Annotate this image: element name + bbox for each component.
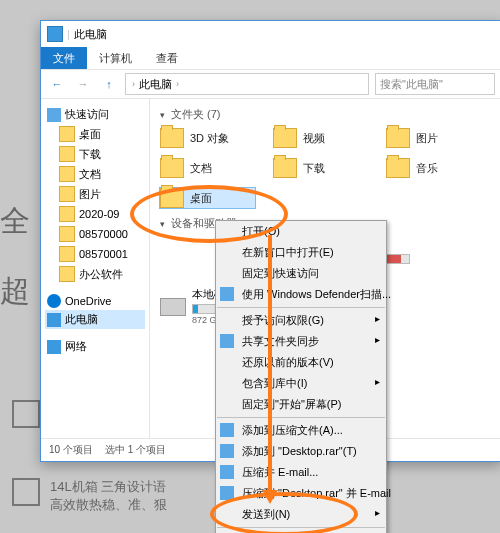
shield-icon: [220, 287, 234, 301]
window-icon: [47, 26, 63, 42]
titlebar[interactable]: | 此电脑: [41, 21, 500, 47]
folder-item[interactable]: 下载: [273, 158, 368, 178]
bg-text: 超: [0, 270, 30, 312]
folder-icon: [59, 266, 75, 282]
folder-item[interactable]: 3D 对象: [160, 128, 255, 148]
tab-view[interactable]: 查看: [144, 47, 190, 69]
sidebar-item[interactable]: 08570000: [45, 224, 145, 244]
onedrive-icon: [47, 294, 61, 308]
menu-send-to[interactable]: 发送到(N): [216, 504, 386, 525]
tab-file[interactable]: 文件: [41, 47, 87, 69]
nav-forward-button[interactable]: →: [73, 74, 93, 94]
menu-separator: [217, 527, 385, 528]
menu-include-library[interactable]: 包含到库中(I): [216, 373, 386, 394]
folder-icon: [59, 226, 75, 242]
folder-item[interactable]: 图片: [386, 128, 481, 148]
sidebar-item[interactable]: 文档: [45, 164, 145, 184]
tab-computer[interactable]: 计算机: [87, 47, 144, 69]
context-menu: 打开(O) 在新窗口中打开(E) 固定到快速访问 使用 Windows Defe…: [215, 220, 387, 533]
sidebar: 快速访问 桌面 下载 文档 图片 2020-09 08570000 085700…: [41, 99, 150, 439]
sidebar-onedrive[interactable]: OneDrive: [45, 292, 145, 310]
bg-text: 14L机箱 三角设计语: [50, 478, 166, 496]
nav-up-button[interactable]: ↑: [99, 74, 119, 94]
archive-icon: [220, 423, 234, 437]
menu-share-sync[interactable]: 共享文件夹同步: [216, 331, 386, 352]
menu-separator: [217, 417, 385, 418]
menu-pin-quick[interactable]: 固定到快速访问: [216, 263, 386, 284]
window-title: 此电脑: [74, 27, 107, 42]
network-icon: [47, 340, 61, 354]
folder-icon: [59, 146, 75, 162]
menu-add-rar[interactable]: 添加到 "Desktop.rar"(T): [216, 441, 386, 462]
sidebar-this-pc[interactable]: 此电脑: [45, 310, 145, 329]
archive-icon: [220, 486, 234, 500]
pc-icon: [47, 313, 61, 327]
folder-icon: [386, 158, 410, 178]
folder-icon: [160, 158, 184, 178]
folder-item[interactable]: 视频: [273, 128, 368, 148]
group-header-folders[interactable]: ▾文件夹 (7): [160, 107, 491, 122]
sidebar-item[interactable]: 2020-09: [45, 204, 145, 224]
folder-icon: [273, 158, 297, 178]
ribbon: 文件 计算机 查看: [41, 47, 500, 70]
menu-restore-prev[interactable]: 还原以前的版本(V): [216, 352, 386, 373]
folder-icon: [59, 186, 75, 202]
archive-icon: [220, 465, 234, 479]
archive-icon: [220, 444, 234, 458]
folder-icon: [59, 246, 75, 262]
menu-open-new-window[interactable]: 在新窗口中打开(E): [216, 242, 386, 263]
sync-icon: [220, 334, 234, 348]
star-icon: [47, 108, 61, 122]
sidebar-item[interactable]: 办公软件: [45, 264, 145, 284]
address-bar: ← → ↑ › 此电脑 › 搜索"此电脑": [41, 70, 500, 99]
folder-icon: [160, 188, 184, 208]
folder-icon: [59, 126, 75, 142]
bg-chip-icon: [12, 400, 40, 428]
menu-add-archive[interactable]: 添加到压缩文件(A)...: [216, 420, 386, 441]
status-count: 10 个项目: [49, 443, 93, 457]
nav-back-button[interactable]: ←: [47, 74, 67, 94]
chevron-icon: ›: [132, 79, 135, 89]
breadcrumb[interactable]: › 此电脑 ›: [125, 73, 369, 95]
sidebar-item[interactable]: 图片: [45, 184, 145, 204]
folder-icon: [386, 128, 410, 148]
status-selection: 选中 1 个项目: [105, 443, 166, 457]
sidebar-network[interactable]: 网络: [45, 337, 145, 356]
folder-item[interactable]: 音乐: [386, 158, 481, 178]
folder-item[interactable]: 文档: [160, 158, 255, 178]
menu-defender-scan[interactable]: 使用 Windows Defender扫描...: [216, 284, 386, 305]
breadcrumb-item[interactable]: 此电脑: [139, 77, 172, 92]
bg-text: 全: [0, 200, 30, 242]
folder-item-desktop[interactable]: 桌面: [160, 188, 255, 208]
menu-pin-start[interactable]: 固定到"开始"屏幕(P): [216, 394, 386, 415]
bg-text: 高效散热稳、准、狠: [50, 496, 167, 514]
menu-compress-email[interactable]: 压缩并 E-mail...: [216, 462, 386, 483]
search-input[interactable]: 搜索"此电脑": [375, 73, 495, 95]
menu-compress-rar-email[interactable]: 压缩到 "Desktop.rar" 并 E-mail: [216, 483, 386, 504]
sidebar-quick-access[interactable]: 快速访问: [45, 105, 145, 124]
sidebar-item[interactable]: 桌面: [45, 124, 145, 144]
folder-icon: [273, 128, 297, 148]
drive-icon: [160, 298, 186, 316]
folder-icon: [59, 206, 75, 222]
folder-icon: [59, 166, 75, 182]
sidebar-item[interactable]: 下载: [45, 144, 145, 164]
sidebar-item[interactable]: 08570001: [45, 244, 145, 264]
menu-open[interactable]: 打开(O): [216, 221, 386, 242]
folder-icon: [160, 128, 184, 148]
chevron-icon: ›: [176, 79, 179, 89]
bg-case-icon: [12, 478, 40, 506]
menu-separator: [217, 307, 385, 308]
menu-grant-access[interactable]: 授予访问权限(G): [216, 310, 386, 331]
